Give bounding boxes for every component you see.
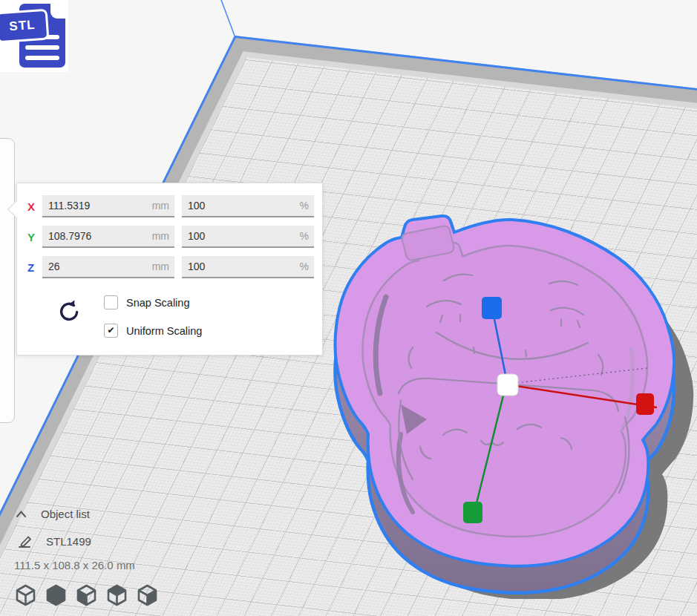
object-list-item[interactable]: STL1499	[46, 535, 91, 548]
edit-pencil-icon[interactable]	[18, 534, 33, 548]
stl-label-badge: STL	[0, 9, 49, 44]
model-stl1499[interactable]	[336, 216, 675, 593]
selection-dimensions: 111.5 x 108.8 x 26.0 mm	[14, 559, 135, 571]
x-percent-input[interactable]	[182, 195, 314, 216]
x-size-field: mm	[42, 195, 174, 217]
y-size-input[interactable]	[42, 226, 174, 246]
x-percent-field: %	[182, 195, 314, 217]
y-size-field: mm	[42, 226, 174, 248]
view-left-button[interactable]	[105, 583, 129, 608]
scale-tool-panel: X mm % Y mm %	[16, 183, 323, 355]
axis-z-label: Z	[27, 261, 39, 274]
axis-row-x: X mm %	[27, 196, 322, 217]
x-size-input[interactable]	[42, 195, 174, 216]
scale-handle-x-icon[interactable]	[636, 393, 654, 415]
stl-file-thumbnail: STL	[0, 0, 68, 72]
snap-scaling-checkbox[interactable]	[104, 295, 118, 309]
page-fold-icon	[50, 4, 65, 19]
model-scene	[319, 194, 697, 599]
cube-left-face-icon	[74, 583, 99, 608]
doc-line	[25, 56, 59, 60]
axis-row-z: Z mm %	[27, 257, 322, 278]
cube-solid-icon	[44, 583, 68, 608]
snap-scaling-label: Snap Scaling	[126, 297, 189, 309]
reset-arrow-icon	[56, 299, 82, 326]
uniform-scaling-row: ✔ Uniform Scaling	[104, 324, 202, 338]
axis-rows: X mm % Y mm %	[17, 183, 322, 278]
view-right-button[interactable]	[135, 583, 160, 608]
z-size-field: mm	[42, 256, 174, 278]
axis-x-label: X	[27, 200, 39, 213]
scale-handle-y-icon[interactable]	[463, 502, 482, 523]
view-top-button[interactable]	[74, 583, 99, 608]
collapse-chevron-icon[interactable]	[16, 510, 27, 518]
cura-3d-viewport: STL X mm % Y mm	[0, 0, 697, 616]
uniform-scaling-checkbox[interactable]: ✔	[104, 324, 118, 338]
view-3d-button[interactable]	[13, 583, 38, 608]
scale-handle-z-icon[interactable]	[482, 297, 502, 319]
y-percent-field: %	[182, 226, 314, 248]
view-front-button[interactable]	[44, 583, 68, 608]
stl-label: STL	[9, 18, 36, 34]
z-percent-field: %	[182, 256, 314, 278]
tool-panel-edge	[0, 138, 15, 423]
uniform-scaling-label: Uniform Scaling	[126, 325, 202, 337]
axis-y-label: Y	[27, 231, 39, 243]
z-percent-input[interactable]	[182, 256, 314, 277]
scale-handle-center-icon[interactable]	[497, 374, 518, 396]
snap-scaling-row: Snap Scaling	[104, 295, 189, 309]
cube-outline-icon	[13, 583, 38, 608]
cube-top-face-icon	[105, 583, 129, 608]
cube-right-face-icon	[135, 583, 160, 608]
z-size-input[interactable]	[42, 256, 174, 277]
doc-line	[25, 45, 59, 50]
reset-scale-button[interactable]	[56, 299, 82, 326]
object-list-header[interactable]: Object list	[41, 508, 90, 520]
y-percent-input[interactable]	[182, 226, 314, 246]
camera-view-toolbar	[13, 583, 160, 608]
axis-row-y: Y mm %	[27, 226, 322, 247]
